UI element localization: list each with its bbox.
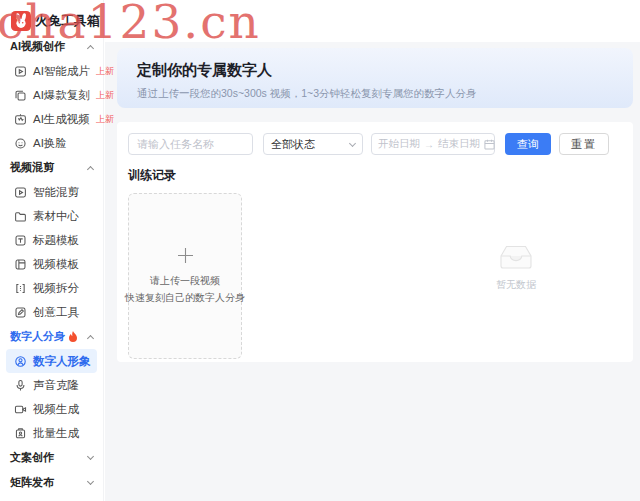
section-copywriting[interactable]: 文案创作 — [0, 445, 103, 470]
sidebar-item-ai-hit-clone[interactable]: AI爆款复刻 上新 — [6, 83, 97, 107]
upload-video-card[interactable]: 请上传一段视频 快速复刻自己的数字人分身 — [128, 193, 242, 359]
plus-icon — [177, 247, 194, 264]
reset-button[interactable]: 重置 — [559, 133, 609, 155]
sidebar-item-ai-generate-video[interactable]: AI生成视频 上新 — [6, 107, 97, 131]
sidebar-item-digital-avatar[interactable]: 数字人形象 — [6, 349, 97, 373]
calendar-icon — [484, 139, 495, 150]
task-name-input[interactable] — [128, 133, 253, 155]
batch-generate-icon — [14, 427, 27, 440]
section-video-mix[interactable]: 视频混剪 — [0, 155, 103, 180]
new-badge: 上新 — [96, 113, 114, 126]
top-bar — [105, 0, 640, 42]
chevron-up-icon — [87, 165, 94, 172]
sidebar-item-asset-center[interactable]: 素材中心 — [6, 204, 97, 228]
video-split-icon — [14, 282, 27, 295]
creative-tools-icon — [14, 306, 27, 319]
sidebar: 火兔工具箱 AI视频创作 AI智能成片 上新 AI爆款复刻 上新 AI生成视频 … — [0, 0, 104, 501]
sidebar-item-title-template[interactable]: 标题模板 — [6, 228, 97, 252]
empty-box-icon — [493, 239, 539, 271]
rabbit-icon — [11, 11, 31, 31]
sidebar-item-video-split[interactable]: 视频拆分 — [6, 276, 97, 300]
mic-icon — [14, 379, 27, 392]
mix-cut-icon — [14, 186, 27, 199]
filter-bar: 全部状态 开始日期 → 结束日期 查询 重置 — [128, 133, 622, 155]
video-template-icon — [14, 258, 27, 271]
generate-video-icon — [14, 113, 27, 126]
folder-icon — [14, 210, 27, 223]
main-content: 定制你的专属数字人 通过上传一段您的30s~300s 视频，1~3分钟轻松复刻专… — [105, 0, 640, 501]
section-ai-video-create[interactable]: AI视频创作 — [0, 34, 103, 59]
sidebar-item-batch-generate[interactable]: 批量生成 — [6, 421, 97, 445]
search-button[interactable]: 查询 — [505, 133, 551, 155]
sidebar-item-video-template[interactable]: 视频模板 — [6, 252, 97, 276]
range-arrow: → — [424, 139, 434, 150]
sidebar-nav: AI视频创作 AI智能成片 上新 AI爆款复刻 上新 AI生成视频 上新 AI换… — [0, 32, 103, 495]
sidebar-item-creative-tools[interactable]: 创意工具 — [6, 300, 97, 324]
smart-film-icon — [14, 65, 27, 78]
upload-hint-line1: 请上传一段视频 — [150, 272, 220, 289]
chevron-down-icon — [87, 478, 94, 485]
sidebar-item-ai-face-swap[interactable]: AI换脸 — [6, 131, 97, 155]
copy-icon — [14, 89, 27, 102]
face-swap-icon — [14, 137, 27, 150]
upload-hint-line2: 快速复刻自己的数字人分身 — [125, 289, 245, 306]
app-logo[interactable]: 火兔工具箱 — [0, 0, 103, 32]
hero-banner: 定制你的专属数字人 通过上传一段您的30s~300s 视频，1~3分钟轻松复刻专… — [117, 48, 633, 108]
page-title: 定制你的专属数字人 — [137, 61, 633, 80]
flame-icon — [68, 331, 78, 343]
start-date-placeholder: 开始日期 — [378, 137, 420, 151]
page-subtitle: 通过上传一段您的30s~300s 视频，1~3分钟轻松复刻专属您的数字人分身 — [137, 87, 633, 101]
sidebar-item-video-generate[interactable]: 视频生成 — [6, 397, 97, 421]
section-digital-human[interactable]: 数字人分身 — [0, 324, 103, 349]
chevron-up-icon — [87, 334, 94, 341]
title-template-icon — [14, 234, 27, 247]
records-section-title: 训练记录 — [128, 167, 622, 184]
new-badge: 上新 — [96, 89, 114, 102]
date-range-picker[interactable]: 开始日期 → 结束日期 — [371, 133, 495, 155]
records-area: 请上传一段视频 快速复刻自己的数字人分身 暂无数据 — [128, 193, 622, 359]
content-panel: 全部状态 开始日期 → 结束日期 查询 重置 训练记录 请上传一段视频 快速复刻… — [117, 122, 633, 362]
status-select[interactable]: 全部状态 — [263, 133, 363, 155]
app-title: 火兔工具箱 — [35, 12, 100, 30]
chevron-up-icon — [87, 44, 94, 51]
empty-state-text: 暂无数据 — [480, 278, 552, 292]
avatar-icon — [14, 355, 27, 368]
new-badge: 上新 — [96, 65, 114, 78]
chevron-down-icon — [349, 139, 356, 146]
video-generate-icon — [14, 403, 27, 416]
sidebar-item-smart-mix[interactable]: 智能混剪 — [6, 180, 97, 204]
chevron-down-icon — [87, 453, 94, 460]
sidebar-item-voice-clone[interactable]: 声音克隆 — [6, 373, 97, 397]
section-matrix-publish[interactable]: 矩阵发布 — [0, 470, 103, 495]
end-date-placeholder: 结束日期 — [438, 137, 480, 151]
empty-state: 暂无数据 — [480, 239, 552, 292]
sidebar-item-ai-smart-film[interactable]: AI智能成片 上新 — [6, 59, 97, 83]
